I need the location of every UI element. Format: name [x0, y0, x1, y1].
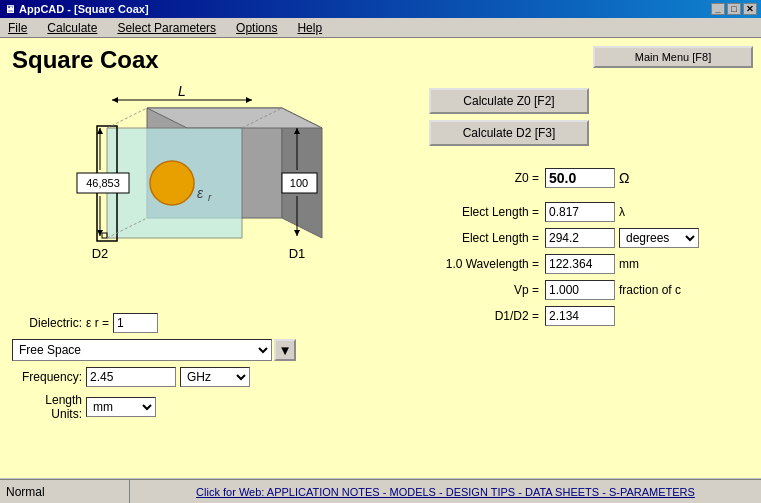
- vp-label: Vp =: [429, 283, 539, 297]
- menu-calculate[interactable]: Calculate: [43, 19, 101, 37]
- dielectric-row: Dielectric: ε r =: [12, 313, 372, 333]
- d1d2-label: D1/D2 =: [429, 309, 539, 323]
- frequency-input[interactable]: [86, 367, 176, 387]
- svg-line-28: [107, 108, 147, 128]
- elect-length2-unit-select[interactable]: degrees radians: [619, 228, 699, 248]
- wavelength-label: 1.0 Wavelength =: [429, 257, 539, 271]
- svg-text:L: L: [178, 83, 186, 99]
- dielectric-label: Dielectric:: [12, 316, 82, 330]
- wavelength-input[interactable]: [545, 254, 615, 274]
- elect-length1-input[interactable]: [545, 202, 615, 222]
- material-dropdown-btn[interactable]: ▼: [274, 339, 296, 361]
- title-bar: 🖥 AppCAD - [Square Coax] _ □ ✕: [0, 0, 761, 18]
- wavelength-row: 1.0 Wavelength = mm: [429, 254, 749, 274]
- vp-row: Vp = fraction of c: [429, 280, 749, 300]
- elect-length1-row: Elect Length = λ: [429, 202, 749, 222]
- z0-label: Z0 =: [429, 171, 539, 185]
- minimize-button[interactable]: _: [711, 3, 725, 15]
- diagram-area: L 100 ε r: [12, 78, 372, 278]
- menu-help[interactable]: Help: [293, 19, 326, 37]
- frequency-row: Frequency: GHz MHz kHz Hz: [12, 367, 372, 387]
- window-title: AppCAD - [Square Coax]: [19, 3, 149, 15]
- main-menu-button[interactable]: Main Menu [F8]: [593, 46, 753, 68]
- length-unit-select[interactable]: mm cm m mil in: [86, 397, 156, 417]
- maximize-button[interactable]: □: [727, 3, 741, 15]
- svg-text:ε: ε: [197, 185, 204, 201]
- wavelength-unit: mm: [619, 257, 639, 271]
- elect-length2-input[interactable]: [545, 228, 615, 248]
- vp-input[interactable]: [545, 280, 615, 300]
- calculate-d2-button[interactable]: Calculate D2 [F3]: [429, 120, 589, 146]
- svg-point-11: [150, 161, 194, 205]
- d1d2-input[interactable]: [545, 306, 615, 326]
- svg-marker-25: [294, 230, 300, 236]
- status-normal: Normal: [0, 480, 130, 503]
- svg-text:100: 100: [290, 177, 308, 189]
- menu-select-parameters[interactable]: Select Parameters: [113, 19, 220, 37]
- status-bar: Normal Click for Web: APPLICATION NOTES …: [0, 479, 761, 503]
- elect-length2-label: Elect Length =: [429, 231, 539, 245]
- z0-row: Z0 = Ω: [429, 168, 749, 188]
- frequency-unit-select[interactable]: GHz MHz kHz Hz: [180, 367, 250, 387]
- svg-marker-19: [97, 128, 103, 134]
- svg-text:D2: D2: [92, 246, 109, 261]
- status-link[interactable]: Click for Web: APPLICATION NOTES - MODEL…: [130, 486, 761, 498]
- left-form: Dielectric: ε r = Free Space Air PTFE Po…: [12, 313, 372, 427]
- main-content: Main Menu [F8] Square Coax L 100: [0, 38, 761, 478]
- frequency-label: Frequency:: [12, 370, 82, 384]
- vp-unit: fraction of c: [619, 283, 681, 297]
- menu-options[interactable]: Options: [232, 19, 281, 37]
- er-label: ε r =: [86, 316, 109, 330]
- svg-marker-3: [246, 97, 252, 103]
- coax-diagram: L 100 ε r: [12, 78, 352, 278]
- right-panel: Calculate Z0 [F2] Calculate D2 [F3] Z0 =…: [429, 88, 749, 332]
- svg-rect-9: [102, 233, 107, 238]
- length-units-row: Length Units: mm cm m mil in: [12, 393, 372, 421]
- z0-unit: Ω: [619, 170, 629, 186]
- close-button[interactable]: ✕: [743, 3, 757, 15]
- svg-text:46,853: 46,853: [86, 177, 120, 189]
- elect-length1-unit: λ: [619, 205, 625, 219]
- material-row: Free Space Air PTFE Polyethylene ▼: [12, 339, 372, 361]
- length-units-label: Length Units:: [12, 393, 82, 421]
- d1d2-row: D1/D2 =: [429, 306, 749, 326]
- menu-bar: File Calculate Select Parameters Options…: [0, 18, 761, 38]
- app-icon: 🖥: [4, 3, 15, 15]
- er-input[interactable]: [113, 313, 158, 333]
- svg-marker-2: [112, 97, 118, 103]
- z0-input[interactable]: [545, 168, 615, 188]
- svg-text:D1: D1: [289, 246, 306, 261]
- menu-file[interactable]: File: [4, 19, 31, 37]
- elect-length1-label: Elect Length =: [429, 205, 539, 219]
- calculate-z0-button[interactable]: Calculate Z0 [F2]: [429, 88, 589, 114]
- elect-length2-row: Elect Length = degrees radians: [429, 228, 749, 248]
- title-bar-buttons: _ □ ✕: [711, 3, 757, 15]
- material-select[interactable]: Free Space Air PTFE Polyethylene: [12, 339, 272, 361]
